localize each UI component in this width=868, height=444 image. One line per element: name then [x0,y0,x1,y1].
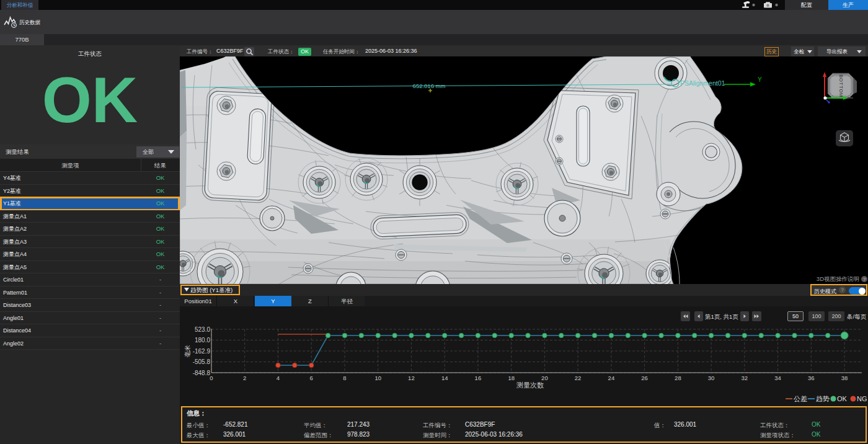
svg-text:30: 30 [708,375,715,381]
svg-text:-162.9: -162.9 [193,348,211,355]
svg-text:毫米: 毫米 [184,345,191,357]
svg-text:0: 0 [210,375,213,381]
svg-text:24: 24 [608,375,615,381]
svg-text:34: 34 [774,375,781,381]
svg-text:3D视图操作说明: 3D视图操作说明 [817,275,859,282]
svg-text:180.0: 180.0 [195,337,210,344]
svg-text:?: ? [863,277,866,282]
svg-text:-505.8: -505.8 [193,358,211,365]
svg-text:18: 18 [508,375,515,381]
svg-text:16: 16 [475,375,482,381]
svg-text:8: 8 [343,375,346,381]
svg-text:12: 12 [408,375,415,381]
svg-text:20: 20 [541,375,548,381]
svg-text:BOTTOM: BOTTOM [838,74,844,97]
svg-text:测量次数: 测量次数 [516,381,544,389]
svg-text:22: 22 [575,375,582,381]
svg-text:652.016 mm: 652.016 mm [413,82,446,89]
svg-text:趋势: 趋势 [816,395,830,402]
svg-text:Y: Y [758,76,762,83]
svg-text:OK: OK [837,395,848,402]
svg-text:公差: 公差 [794,395,807,402]
svg-text:14: 14 [441,375,448,381]
svg-text:523.0: 523.0 [195,326,210,333]
svg-text:4: 4 [277,375,280,381]
svg-text:28: 28 [675,375,681,381]
svg-text:NG: NG [857,395,867,402]
svg-text:36: 36 [808,375,815,381]
svg-text:32: 32 [742,375,748,381]
svg-text:10: 10 [374,375,381,381]
svg-text:-848.8: -848.8 [193,370,211,376]
svg-text:6: 6 [310,375,313,381]
svg-text:2: 2 [243,375,246,381]
svg-text:26: 26 [641,375,648,381]
svg-text:38: 38 [841,375,848,381]
svg-text:PSAlignment01: PSAlignment01 [680,79,725,87]
